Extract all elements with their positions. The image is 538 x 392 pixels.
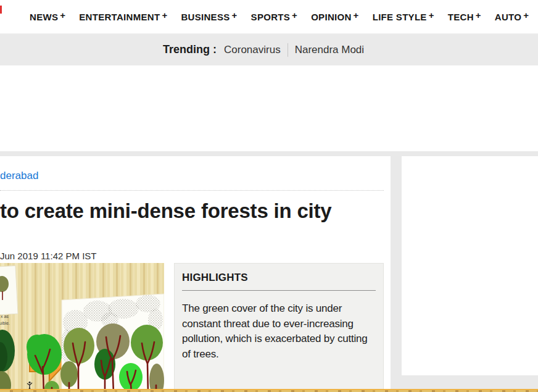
nav-item-label: SPORTS (251, 12, 290, 22)
top-navigation: NEWS+ ENTERTAINMENT+ BUSINESS+ SPORTS+ O… (0, 0, 538, 34)
trending-topic-narendra-modi[interactable]: Narendra Modi (295, 44, 364, 56)
nav-item-life-style[interactable]: LIFE STYLE+ (373, 12, 434, 22)
nav-item-label: OPINION (311, 12, 351, 22)
nav-item-label: NEWS (30, 12, 58, 22)
nav-item-label: BUSINESS (181, 12, 230, 22)
article-headline: to create mini-dense forests in city (0, 199, 384, 223)
nav-item-label: TECH (448, 12, 474, 22)
nav-item-opinion[interactable]: OPINION+ (311, 12, 359, 22)
highlights-rule (182, 290, 376, 291)
plus-icon: + (429, 10, 434, 20)
sidebar-ad-placeholder (402, 156, 538, 375)
breadcrumb-link[interactable]: derabad (0, 170, 391, 182)
trending-label: Trending : (163, 43, 217, 56)
highlights-text: The green cover of the city is under con… (182, 301, 376, 362)
page-body: derabad to create mini-dense forests in … (0, 151, 538, 392)
nav-item-label: AUTO (495, 12, 521, 22)
nav-item-sports[interactable]: SPORTS+ (251, 12, 298, 22)
site-logo-edge (0, 6, 2, 14)
article-media-row: x as uible. (0, 263, 391, 392)
image-caption-fragment: uible. (0, 321, 10, 325)
divider (288, 43, 288, 57)
cutoff-content-strip (0, 389, 538, 392)
nav-item-tech[interactable]: TECH+ (448, 12, 481, 22)
highlights-box: HIGHLIGHTS The green cover of the city i… (174, 263, 384, 392)
plus-icon: + (476, 10, 481, 20)
trending-topic-coronavirus[interactable]: Coronavirus (224, 44, 281, 56)
nav-item-entertainment[interactable]: ENTERTAINMENT+ (79, 12, 167, 22)
trending-bar: Trending : Coronavirus Narendra Modi (0, 34, 538, 65)
nav-item-label: LIFE STYLE (373, 12, 427, 22)
article-date: Jun 2019 11:42 PM IST (0, 251, 391, 262)
article-card: derabad to create mini-dense forests in … (0, 156, 391, 392)
article-image: x as uible. (0, 263, 164, 392)
plus-icon: + (354, 10, 359, 20)
plus-icon: + (292, 10, 297, 20)
nav-item-business[interactable]: BUSINESS+ (181, 12, 237, 22)
plus-icon: + (232, 10, 238, 20)
image-caption-fragment: x as (1, 314, 9, 319)
plus-icon: + (162, 10, 167, 20)
nav-item-news[interactable]: NEWS+ (30, 12, 65, 22)
nav-item-label: ENTERTAINMENT (79, 12, 160, 22)
ad-banner-blank (0, 65, 538, 151)
plus-icon: + (60, 10, 65, 20)
dotted-separator (0, 190, 384, 191)
highlights-title: HIGHLIGHTS (182, 272, 376, 284)
nav-item-auto[interactable]: AUTO+ (495, 12, 529, 22)
plus-icon: + (523, 10, 529, 20)
